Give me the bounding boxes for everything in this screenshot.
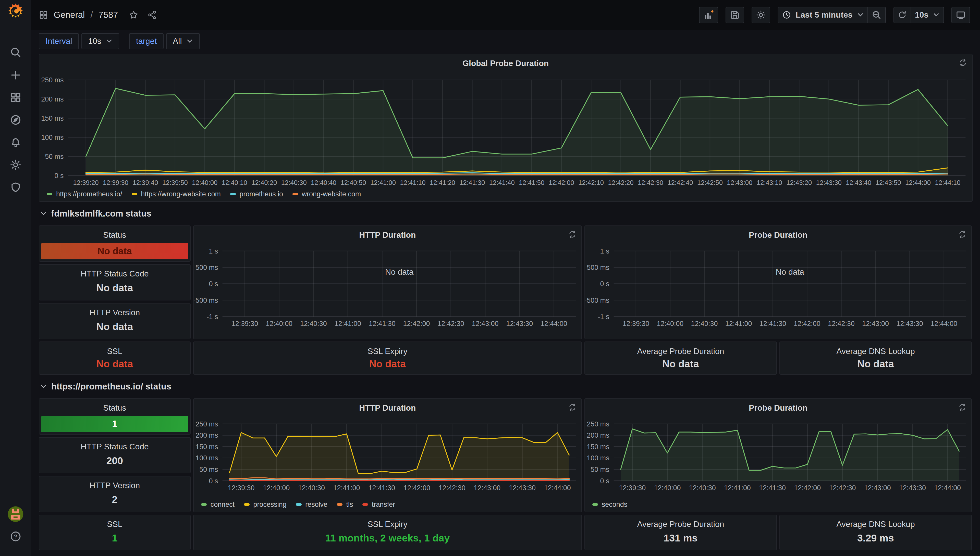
save-dashboard-button[interactable] bbox=[726, 7, 744, 23]
panel-title[interactable]: HTTP Status Code bbox=[81, 442, 149, 451]
section-header-fdmlksdmlfk[interactable]: fdmlksdmlfk.com status bbox=[39, 205, 973, 222]
panel-title[interactable]: Average DNS Lookup bbox=[836, 347, 915, 356]
legend-item[interactable]: resolve bbox=[296, 501, 327, 509]
svg-text:12:42:30: 12:42:30 bbox=[828, 320, 855, 328]
panel-title[interactable]: Average Probe Duration bbox=[637, 347, 724, 356]
time-range-picker[interactable]: Last 5 minutes bbox=[778, 7, 868, 23]
svg-text:200 ms: 200 ms bbox=[196, 432, 218, 440]
panel-title[interactable]: SSL Expiry bbox=[368, 519, 407, 529]
svg-text:12:41:40: 12:41:40 bbox=[489, 179, 515, 186]
legend-series-marker bbox=[132, 193, 137, 196]
panel-http-version: HTTP Version No data bbox=[39, 303, 191, 339]
legend-item[interactable]: https://prometheus.io/ bbox=[47, 190, 122, 198]
refresh-interval-label: 10s bbox=[915, 10, 928, 19]
panel-sync-icon[interactable] bbox=[569, 230, 577, 238]
panel-title[interactable]: SSL bbox=[107, 519, 122, 529]
refresh-interval-picker[interactable]: 10s bbox=[910, 7, 944, 23]
legend-item[interactable]: prometheus.io bbox=[230, 190, 283, 198]
probe-duration-chart[interactable]: 0 s50 ms100 ms150 ms200 ms250 ms12:39:30… bbox=[585, 399, 971, 512]
svg-text:12:43:30: 12:43:30 bbox=[506, 320, 533, 328]
panel-title[interactable]: HTTP Status Code bbox=[81, 269, 149, 278]
configuration-gear-icon[interactable] bbox=[0, 154, 31, 176]
user-avatar[interactable] bbox=[0, 503, 31, 525]
legend-item[interactable]: seconds bbox=[592, 501, 627, 509]
panel-title[interactable]: HTTP Duration bbox=[194, 230, 582, 240]
http-duration-chart[interactable]: 0 s50 ms100 ms150 ms200 ms250 ms12:39:30… bbox=[194, 399, 582, 512]
svg-text:12:43:00: 12:43:00 bbox=[862, 320, 889, 328]
svg-text:12:39:50: 12:39:50 bbox=[162, 179, 188, 186]
svg-text:200 ms: 200 ms bbox=[41, 95, 63, 103]
variable-interval-dropdown[interactable]: 10s bbox=[81, 33, 119, 50]
grafana-logo[interactable] bbox=[0, 0, 31, 23]
stat-value: No data bbox=[96, 356, 133, 374]
svg-text:50 ms: 50 ms bbox=[45, 153, 63, 160]
panel-title[interactable]: Average Probe Duration bbox=[637, 519, 724, 529]
probe-duration-chart[interactable]: 1 s500 ms0 s-500 ms-1 s12:39:3012:40:001… bbox=[585, 226, 971, 339]
svg-text:12:41:50: 12:41:50 bbox=[519, 179, 544, 186]
create-plus-icon[interactable] bbox=[0, 64, 31, 86]
variable-target-dropdown[interactable]: All bbox=[166, 33, 200, 50]
panel-title[interactable]: Global Probe Duration bbox=[39, 59, 972, 68]
svg-text:12:40:30: 12:40:30 bbox=[691, 320, 718, 328]
svg-text:12:43:50: 12:43:50 bbox=[875, 179, 901, 186]
svg-text:12:41:30: 12:41:30 bbox=[459, 179, 485, 186]
svg-text:12:44:00: 12:44:00 bbox=[930, 320, 957, 328]
star-icon[interactable] bbox=[129, 10, 139, 20]
help-icon[interactable]: ? bbox=[0, 525, 31, 548]
chevron-down-icon bbox=[106, 38, 113, 45]
panel-ssl-expiry: SSL Expiry 11 months, 2 weeks, 1 day bbox=[193, 515, 582, 550]
explore-compass-icon[interactable] bbox=[0, 109, 31, 131]
panel-title[interactable]: SSL Expiry bbox=[368, 347, 407, 356]
legend-item[interactable]: connect bbox=[201, 501, 235, 509]
http-duration-chart[interactable]: 1 s500 ms0 s-500 ms-1 s12:39:3012:40:001… bbox=[194, 226, 582, 339]
panel-title[interactable]: HTTP Version bbox=[89, 481, 140, 490]
panel-title[interactable]: Status bbox=[103, 403, 126, 413]
legend-series-label: prometheus.io bbox=[240, 190, 283, 198]
svg-text:12:41:00: 12:41:00 bbox=[724, 484, 751, 492]
panel-title[interactable]: Probe Duration bbox=[585, 403, 971, 413]
stat-value: 131 ms bbox=[664, 529, 698, 550]
add-panel-button[interactable] bbox=[699, 7, 718, 23]
search-icon[interactable] bbox=[0, 41, 31, 64]
panel-sync-icon[interactable] bbox=[569, 403, 577, 411]
breadcrumb-separator: / bbox=[91, 10, 93, 20]
svg-text:0 s: 0 s bbox=[600, 280, 609, 288]
panel-title[interactable]: HTTP Version bbox=[89, 308, 140, 317]
svg-text:12:43:40: 12:43:40 bbox=[846, 179, 871, 186]
legend-series-label: seconds bbox=[602, 501, 627, 509]
svg-text:12:40:10: 12:40:10 bbox=[222, 179, 247, 186]
section-header-prometheus[interactable]: https://prometheus.io/ status bbox=[39, 378, 973, 395]
legend-item[interactable]: transfer bbox=[363, 501, 395, 509]
panel-sync-icon[interactable] bbox=[959, 59, 967, 67]
legend-item[interactable]: wrong-website.com bbox=[292, 190, 361, 198]
legend-series-marker bbox=[592, 503, 598, 506]
stat-value: No data bbox=[96, 317, 133, 339]
svg-text:12:39:30: 12:39:30 bbox=[622, 320, 649, 328]
panel-title[interactable]: Status bbox=[103, 230, 126, 240]
panel-title[interactable]: Probe Duration bbox=[585, 230, 971, 240]
svg-text:150 ms: 150 ms bbox=[196, 443, 218, 451]
panel-sync-icon[interactable] bbox=[958, 230, 967, 238]
breadcrumb-folder[interactable]: General bbox=[54, 10, 85, 20]
legend-item[interactable]: processing bbox=[244, 501, 287, 509]
legend-item[interactable]: tls bbox=[337, 501, 353, 509]
legend-series-marker bbox=[244, 503, 249, 506]
zoom-out-button[interactable] bbox=[867, 7, 886, 23]
panel-title[interactable]: SSL bbox=[107, 347, 122, 356]
dashboard-settings-button[interactable] bbox=[752, 7, 770, 23]
share-icon[interactable] bbox=[147, 10, 157, 20]
svg-text:0 s: 0 s bbox=[600, 477, 609, 485]
panel-sync-icon[interactable] bbox=[958, 403, 967, 411]
legend-series-marker bbox=[201, 503, 207, 506]
cycle-view-mode-button[interactable] bbox=[951, 7, 970, 23]
global-probe-duration-chart[interactable]: 0 s50 ms100 ms150 ms200 ms250 ms12:39:20… bbox=[39, 54, 972, 201]
svg-text:12:39:20: 12:39:20 bbox=[73, 179, 99, 186]
dashboards-icon[interactable] bbox=[0, 86, 31, 109]
panel-title[interactable]: HTTP Duration bbox=[194, 403, 582, 413]
alerting-bell-icon[interactable] bbox=[0, 131, 31, 154]
server-admin-shield-icon[interactable] bbox=[0, 176, 31, 199]
refresh-button[interactable] bbox=[894, 7, 911, 23]
svg-text:12:41:00: 12:41:00 bbox=[334, 320, 361, 328]
panel-title[interactable]: Average DNS Lookup bbox=[836, 519, 915, 529]
legend-item[interactable]: https://wrong-website.com bbox=[132, 190, 221, 198]
